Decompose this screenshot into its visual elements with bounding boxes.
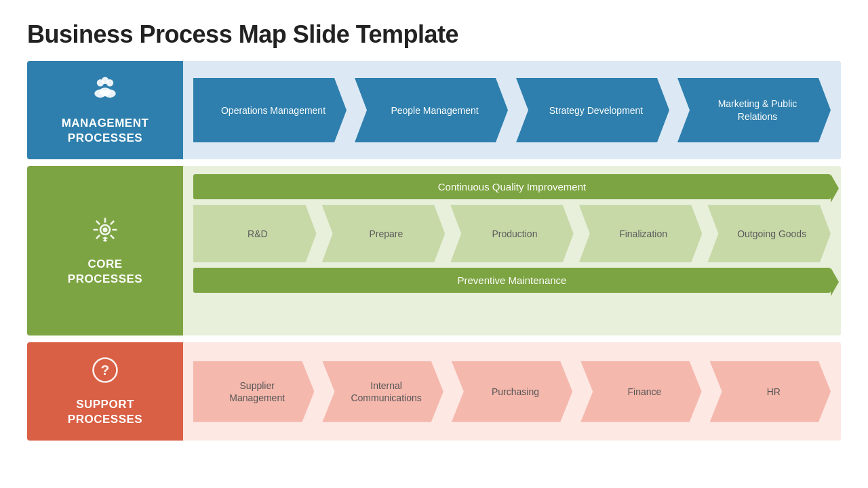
page-title: Business Process Map Slide Template	[27, 20, 841, 49]
svg-line-12	[111, 235, 114, 238]
support-content: Supplier Management Internal Communicati…	[183, 342, 841, 441]
support-label: SUPPORTPROCESSES	[68, 397, 142, 427]
management-item-2: People Management	[355, 78, 508, 142]
management-item-1: Operations Management	[193, 78, 347, 142]
svg-point-15	[103, 227, 108, 232]
support-item-1: Supplier Management	[193, 361, 314, 422]
svg-line-11	[96, 220, 100, 224]
svg-line-13	[111, 220, 114, 224]
core-row: COREPROCESSES Continuous Quality Improve…	[27, 166, 841, 336]
management-item-4: Marketing & Public Relations	[677, 78, 831, 142]
support-label-cell: ? SUPPORTPROCESSES	[27, 342, 183, 441]
process-map: MANAGEMENTPROCESSES Operations Managemen…	[27, 61, 841, 441]
core-item-2: Prepare	[322, 205, 446, 262]
management-content: Operations Management People Management …	[183, 61, 841, 159]
core-items-row: R&D Prepare Production Finalization Outg…	[193, 205, 831, 262]
management-icon	[91, 75, 119, 109]
core-bottom-banner: Preventive Maintenance	[193, 268, 831, 293]
support-icon: ?	[91, 356, 119, 390]
core-item-4: Finalization	[579, 205, 703, 262]
svg-line-14	[96, 235, 100, 238]
core-icon	[91, 216, 119, 250]
svg-point-2	[102, 77, 109, 85]
management-label-cell: MANAGEMENTPROCESSES	[27, 61, 183, 159]
management-label: MANAGEMENTPROCESSES	[62, 116, 149, 146]
support-row: ? SUPPORTPROCESSES Supplier Management I…	[27, 342, 841, 441]
support-item-5: HR	[710, 361, 831, 422]
svg-text:?: ?	[101, 362, 110, 378]
core-item-5: Outgoing Goods	[707, 205, 831, 262]
support-item-2: Internal Communications	[322, 361, 443, 422]
core-top-banner: Continuous Quality Improvement	[193, 174, 831, 199]
core-label: COREPROCESSES	[68, 257, 142, 287]
core-item-3: Production	[450, 205, 574, 262]
svg-point-5	[99, 87, 111, 96]
core-content: Continuous Quality Improvement R&D Prepa…	[183, 166, 841, 336]
support-item-3: Purchasing	[452, 361, 572, 422]
core-item-1: R&D	[193, 205, 317, 262]
support-item-4: Finance	[580, 361, 701, 422]
management-row: MANAGEMENTPROCESSES Operations Managemen…	[27, 61, 841, 159]
core-label-cell: COREPROCESSES	[27, 166, 183, 336]
management-item-3: Strategy Development	[516, 78, 669, 142]
